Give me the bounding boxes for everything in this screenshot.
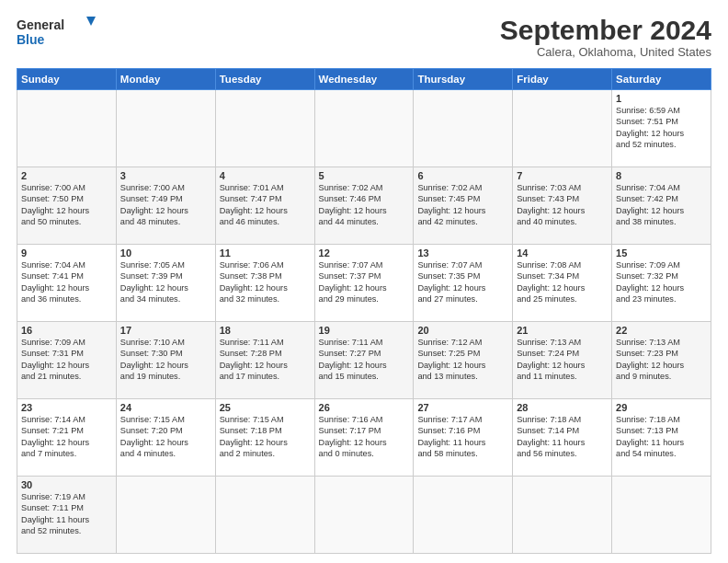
day-number: 23 [21, 402, 112, 413]
col-sunday: Sunday [17, 69, 117, 90]
table-cell [215, 90, 314, 167]
table-cell [116, 90, 215, 167]
cell-text: Sunrise: 7:03 AMSunset: 7:43 PMDaylight:… [517, 183, 585, 226]
table-cell [414, 477, 513, 554]
cell-text: Sunrise: 7:19 AMSunset: 7:11 PMDaylight:… [21, 492, 89, 535]
page: General Blue September 2024 Calera, Okla… [0, 0, 728, 563]
week-row-1: 1 Sunrise: 6:59 AMSunset: 7:51 PMDayligh… [17, 90, 711, 167]
day-number: 4 [220, 170, 311, 181]
cell-text: Sunrise: 7:01 AMSunset: 7:47 PMDaylight:… [220, 183, 288, 226]
table-cell: 14 Sunrise: 7:08 AMSunset: 7:34 PMDaylig… [513, 245, 612, 322]
table-cell [116, 477, 215, 554]
day-number: 12 [319, 247, 410, 259]
cell-text: Sunrise: 7:17 AMSunset: 7:16 PMDaylight:… [417, 415, 485, 458]
table-cell [17, 90, 117, 167]
day-number: 1 [616, 93, 707, 104]
table-cell: 26 Sunrise: 7:16 AMSunset: 7:17 PMDaylig… [314, 399, 414, 477]
col-monday: Monday [116, 69, 215, 90]
table-cell: 22 Sunrise: 7:13 AMSunset: 7:23 PMDaylig… [612, 322, 711, 399]
table-cell [314, 90, 414, 167]
calendar-table: Sunday Monday Tuesday Wednesday Thursday… [17, 68, 711, 554]
col-tuesday: Tuesday [215, 69, 314, 90]
cell-text: Sunrise: 7:04 AMSunset: 7:42 PMDaylight:… [616, 183, 684, 226]
day-number: 16 [21, 325, 112, 336]
col-thursday: Thursday [414, 69, 513, 90]
day-number: 15 [616, 247, 707, 259]
cell-text: Sunrise: 7:02 AMSunset: 7:45 PMDaylight:… [417, 183, 485, 226]
table-cell: 3 Sunrise: 7:00 AMSunset: 7:49 PMDayligh… [116, 167, 215, 245]
cell-text: Sunrise: 7:15 AMSunset: 7:18 PMDaylight:… [220, 415, 288, 458]
day-number: 19 [319, 325, 410, 336]
table-cell: 20 Sunrise: 7:12 AMSunset: 7:25 PMDaylig… [414, 322, 513, 399]
day-number: 6 [417, 170, 508, 181]
table-cell: 21 Sunrise: 7:13 AMSunset: 7:24 PMDaylig… [513, 322, 612, 399]
day-number: 25 [220, 402, 311, 413]
day-number: 30 [21, 479, 112, 490]
cell-text: Sunrise: 7:15 AMSunset: 7:20 PMDaylight:… [120, 415, 188, 458]
cell-text: Sunrise: 7:16 AMSunset: 7:17 PMDaylight:… [319, 415, 387, 458]
cell-text: Sunrise: 6:59 AMSunset: 7:51 PMDaylight:… [616, 106, 684, 149]
table-cell: 2 Sunrise: 7:00 AMSunset: 7:50 PMDayligh… [17, 167, 117, 245]
day-number: 26 [319, 402, 410, 413]
svg-marker-2 [86, 17, 96, 26]
day-number: 14 [517, 247, 608, 259]
table-cell: 25 Sunrise: 7:15 AMSunset: 7:18 PMDaylig… [215, 399, 314, 477]
table-cell: 19 Sunrise: 7:11 AMSunset: 7:27 PMDaylig… [314, 322, 414, 399]
day-number: 29 [616, 402, 707, 413]
table-cell: 27 Sunrise: 7:17 AMSunset: 7:16 PMDaylig… [414, 399, 513, 477]
cell-text: Sunrise: 7:05 AMSunset: 7:39 PMDaylight:… [120, 260, 188, 304]
table-cell [414, 90, 513, 167]
cell-text: Sunrise: 7:06 AMSunset: 7:38 PMDaylight:… [220, 260, 288, 304]
table-cell: 24 Sunrise: 7:15 AMSunset: 7:20 PMDaylig… [116, 399, 215, 477]
day-number: 22 [616, 325, 707, 336]
table-cell: 29 Sunrise: 7:18 AMSunset: 7:13 PMDaylig… [612, 399, 711, 477]
cell-text: Sunrise: 7:02 AMSunset: 7:46 PMDaylight:… [319, 183, 387, 226]
cell-text: Sunrise: 7:18 AMSunset: 7:13 PMDaylight:… [616, 415, 684, 458]
table-cell: 5 Sunrise: 7:02 AMSunset: 7:46 PMDayligh… [314, 167, 414, 245]
table-cell [215, 477, 314, 554]
table-cell: 7 Sunrise: 7:03 AMSunset: 7:43 PMDayligh… [513, 167, 612, 245]
day-number: 11 [220, 247, 311, 259]
table-cell: 17 Sunrise: 7:10 AMSunset: 7:30 PMDaylig… [116, 322, 215, 399]
header: General Blue September 2024 Calera, Okla… [17, 15, 711, 59]
week-row-5: 23 Sunrise: 7:14 AMSunset: 7:21 PMDaylig… [17, 399, 711, 477]
main-title: September 2024 [500, 15, 711, 45]
day-number: 13 [417, 247, 508, 259]
table-cell: 18 Sunrise: 7:11 AMSunset: 7:28 PMDaylig… [215, 322, 314, 399]
cell-text: Sunrise: 7:09 AMSunset: 7:32 PMDaylight:… [616, 260, 684, 304]
col-friday: Friday [513, 69, 612, 90]
cell-text: Sunrise: 7:10 AMSunset: 7:30 PMDaylight:… [120, 338, 188, 381]
cell-text: Sunrise: 7:11 AMSunset: 7:28 PMDaylight:… [220, 338, 288, 381]
cell-text: Sunrise: 7:11 AMSunset: 7:27 PMDaylight:… [319, 338, 387, 381]
table-cell [612, 477, 711, 554]
logo-svg: General Blue [17, 15, 99, 48]
table-cell: 23 Sunrise: 7:14 AMSunset: 7:21 PMDaylig… [17, 399, 117, 477]
day-number: 7 [517, 170, 608, 181]
week-row-3: 9 Sunrise: 7:04 AMSunset: 7:41 PMDayligh… [17, 245, 711, 322]
table-cell [314, 477, 414, 554]
day-number: 8 [616, 170, 707, 181]
cell-text: Sunrise: 7:07 AMSunset: 7:37 PMDaylight:… [319, 260, 387, 304]
title-block: September 2024 Calera, Oklahoma, United … [500, 15, 711, 59]
table-cell: 9 Sunrise: 7:04 AMSunset: 7:41 PMDayligh… [17, 245, 117, 322]
week-row-6: 30 Sunrise: 7:19 AMSunset: 7:11 PMDaylig… [17, 477, 711, 554]
day-number: 27 [417, 402, 508, 413]
cell-text: Sunrise: 7:09 AMSunset: 7:31 PMDaylight:… [21, 338, 89, 381]
cell-text: Sunrise: 7:04 AMSunset: 7:41 PMDaylight:… [21, 260, 89, 304]
table-cell: 30 Sunrise: 7:19 AMSunset: 7:11 PMDaylig… [17, 477, 117, 554]
cell-text: Sunrise: 7:12 AMSunset: 7:25 PMDaylight:… [417, 338, 485, 381]
table-cell: 8 Sunrise: 7:04 AMSunset: 7:42 PMDayligh… [612, 167, 711, 245]
col-saturday: Saturday [612, 69, 711, 90]
table-cell: 4 Sunrise: 7:01 AMSunset: 7:47 PMDayligh… [215, 167, 314, 245]
cell-text: Sunrise: 7:14 AMSunset: 7:21 PMDaylight:… [21, 415, 89, 458]
cell-text: Sunrise: 7:07 AMSunset: 7:35 PMDaylight:… [417, 260, 485, 304]
week-row-2: 2 Sunrise: 7:00 AMSunset: 7:50 PMDayligh… [17, 167, 711, 245]
svg-text:General: General [17, 17, 64, 32]
day-number: 9 [21, 247, 112, 259]
table-cell: 10 Sunrise: 7:05 AMSunset: 7:39 PMDaylig… [116, 245, 215, 322]
day-number: 3 [120, 170, 211, 181]
table-cell: 6 Sunrise: 7:02 AMSunset: 7:45 PMDayligh… [414, 167, 513, 245]
day-number: 2 [21, 170, 112, 181]
day-number: 18 [220, 325, 311, 336]
table-cell: 13 Sunrise: 7:07 AMSunset: 7:35 PMDaylig… [414, 245, 513, 322]
